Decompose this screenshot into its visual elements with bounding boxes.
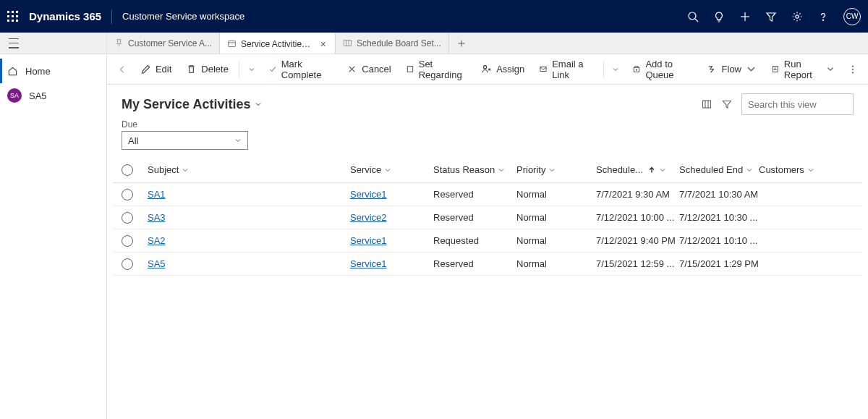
mark-complete-button[interactable]: Mark Complete bbox=[263, 58, 339, 81]
svg-point-24 bbox=[852, 68, 854, 69]
status-cell: Reserved bbox=[433, 212, 516, 223]
tab-customer-service[interactable]: Customer Service A... bbox=[107, 33, 220, 54]
activity-icon bbox=[227, 39, 237, 48]
user-avatar[interactable]: CW bbox=[843, 8, 861, 25]
end-cell: 7/12/2021 10:30 ... bbox=[679, 212, 759, 223]
status-cell: Reserved bbox=[433, 189, 516, 200]
search-input[interactable] bbox=[748, 99, 868, 110]
cmd-label: Cancel bbox=[362, 64, 391, 75]
mail-icon bbox=[539, 64, 548, 75]
cmd-label: Set Regarding bbox=[419, 59, 467, 80]
subject-link[interactable]: SA3 bbox=[148, 212, 166, 223]
trash-icon bbox=[186, 64, 197, 75]
svg-point-0 bbox=[689, 12, 696, 20]
service-link[interactable]: Service1 bbox=[350, 258, 387, 269]
data-grid: Subject Service Status Reason Priority S… bbox=[113, 157, 862, 276]
column-priority[interactable]: Priority bbox=[516, 164, 596, 175]
email-dropdown[interactable] bbox=[608, 58, 624, 81]
set-regarding-button[interactable]: Set Regarding bbox=[400, 58, 472, 81]
svg-rect-26 bbox=[703, 101, 711, 108]
filter-icon[interactable] bbox=[765, 11, 777, 22]
run-report-button[interactable]: Run Report bbox=[765, 58, 841, 81]
session-tabs: Customer Service A... Service Activities… bbox=[107, 33, 868, 54]
separator bbox=[239, 62, 239, 77]
service-link[interactable]: Service1 bbox=[350, 235, 387, 246]
view-title-label: My Service Activities bbox=[122, 97, 250, 112]
cancel-button[interactable]: Cancel bbox=[341, 58, 396, 81]
plus-icon[interactable] bbox=[739, 11, 751, 22]
priority-cell: Normal bbox=[516, 235, 596, 246]
delete-dropdown[interactable] bbox=[244, 58, 260, 81]
subject-link[interactable]: SA5 bbox=[148, 258, 166, 269]
lightbulb-icon[interactable] bbox=[713, 11, 725, 22]
email-link-button[interactable]: Email a Link bbox=[533, 58, 598, 81]
table-row[interactable]: SA3Service2ReservedNormal7/12/2021 10:00… bbox=[113, 206, 862, 229]
edit-button[interactable]: Edit bbox=[135, 58, 177, 81]
table-row[interactable]: SA5Service1ReservedNormal7/15/2021 12:59… bbox=[113, 253, 862, 276]
divider bbox=[111, 9, 112, 24]
nav-home[interactable]: Home bbox=[0, 59, 106, 83]
svg-rect-15 bbox=[407, 67, 412, 72]
subject-link[interactable]: SA1 bbox=[148, 189, 166, 200]
gear-icon[interactable] bbox=[791, 11, 803, 22]
column-service[interactable]: Service bbox=[350, 164, 433, 175]
back-button[interactable] bbox=[113, 58, 132, 81]
overflow-button[interactable] bbox=[843, 58, 862, 81]
view-search[interactable] bbox=[741, 93, 854, 115]
row-checkbox[interactable] bbox=[122, 189, 133, 200]
start-cell: 7/7/2021 9:30 AM bbox=[596, 189, 679, 200]
start-cell: 7/12/2021 9:40 PM bbox=[596, 235, 679, 246]
flow-icon bbox=[707, 64, 718, 75]
nav-sa5-label: SA5 bbox=[29, 90, 47, 101]
due-filter-select[interactable]: All bbox=[122, 131, 248, 150]
x-icon bbox=[346, 64, 357, 75]
search-icon[interactable] bbox=[687, 11, 699, 22]
row-checkbox[interactable] bbox=[122, 212, 133, 224]
app-launcher-icon[interactable] bbox=[7, 11, 19, 22]
column-scheduled-end[interactable]: Scheduled End bbox=[679, 164, 759, 175]
edit-columns-icon[interactable] bbox=[701, 98, 712, 110]
filter-toggle-icon[interactable] bbox=[721, 98, 733, 110]
tab-label: Customer Service A... bbox=[128, 38, 212, 48]
svg-point-16 bbox=[484, 66, 487, 69]
svg-rect-6 bbox=[229, 41, 236, 46]
add-to-queue-button[interactable]: Add to Queue bbox=[626, 58, 697, 81]
select-all-checkbox[interactable] bbox=[122, 164, 133, 176]
flow-button[interactable]: Flow bbox=[701, 58, 762, 81]
assign-icon bbox=[481, 64, 492, 75]
nav-toggle-icon[interactable] bbox=[9, 38, 20, 48]
tab-schedule-board[interactable]: Schedule Board Set... bbox=[336, 33, 449, 54]
view-header: My Service Activities bbox=[107, 85, 868, 119]
priority-cell: Normal bbox=[516, 212, 596, 223]
column-customers[interactable]: Customers bbox=[759, 164, 831, 175]
service-link[interactable]: Service2 bbox=[350, 212, 387, 223]
nav-sa5[interactable]: SA SA5 bbox=[0, 83, 106, 108]
assign-button[interactable]: Assign bbox=[475, 58, 530, 81]
status-cell: Requested bbox=[433, 235, 516, 246]
tab-label: Schedule Board Set... bbox=[357, 38, 441, 48]
svg-point-25 bbox=[852, 72, 854, 73]
close-icon[interactable]: × bbox=[319, 38, 328, 50]
table-row[interactable]: SA1Service1ReservedNormal7/7/2021 9:30 A… bbox=[113, 183, 862, 206]
view-selector[interactable]: My Service Activities bbox=[122, 97, 262, 112]
row-checkbox[interactable] bbox=[122, 258, 133, 270]
delete-button[interactable]: Delete bbox=[180, 58, 234, 81]
brand-label: Dynamics 365 bbox=[29, 10, 101, 22]
row-checkbox[interactable] bbox=[122, 235, 133, 247]
column-scheduled-start[interactable]: Schedule... bbox=[596, 164, 679, 175]
svg-rect-8 bbox=[344, 40, 352, 46]
column-subject[interactable]: Subject bbox=[148, 164, 350, 175]
filter-label: Due bbox=[122, 119, 248, 130]
subject-link[interactable]: SA2 bbox=[148, 235, 166, 246]
svg-line-1 bbox=[695, 19, 698, 22]
service-link[interactable]: Service1 bbox=[350, 189, 387, 200]
table-row[interactable]: SA2Service1RequestedNormal7/12/2021 9:40… bbox=[113, 229, 862, 253]
global-header: Dynamics 365 Customer Service workspace … bbox=[0, 0, 868, 33]
new-tab-button[interactable] bbox=[449, 33, 474, 54]
tab-service-activities[interactable]: Service Activities My Ser... × bbox=[220, 33, 336, 54]
tab-label: Service Activities My Ser... bbox=[241, 39, 315, 49]
cmd-label: Delete bbox=[201, 64, 229, 75]
help-icon[interactable] bbox=[817, 11, 829, 22]
column-status[interactable]: Status Reason bbox=[433, 164, 516, 175]
end-cell: 7/15/2021 1:29 PM bbox=[679, 258, 759, 269]
